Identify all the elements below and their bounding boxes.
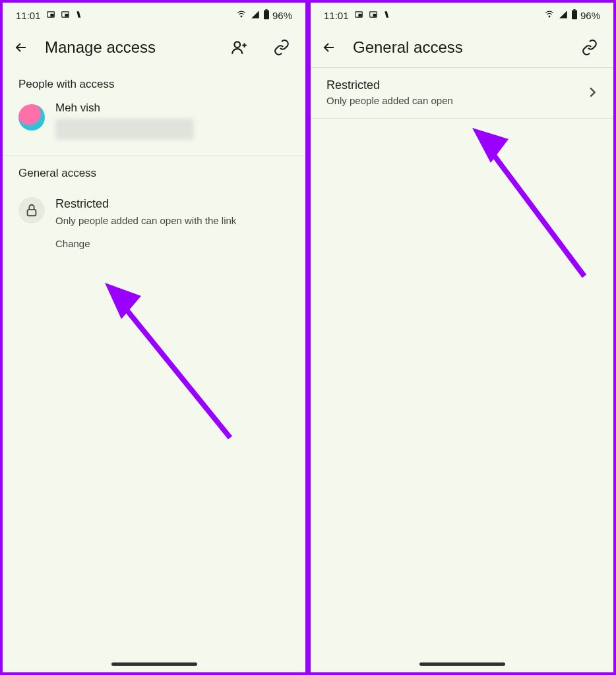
nav-pill[interactable] <box>419 662 505 666</box>
svg-marker-10 <box>105 283 141 319</box>
signal-icon <box>250 10 261 21</box>
svg-rect-8 <box>28 210 36 216</box>
app-bar: Manage access <box>3 28 305 67</box>
status-time: 11:01 <box>324 10 349 21</box>
person-row[interactable]: Meh vish <box>3 96 305 150</box>
pip-icon <box>354 10 363 21</box>
battery-text: 96% <box>580 10 600 21</box>
svg-rect-5 <box>264 10 269 19</box>
wifi-icon <box>235 10 247 21</box>
svg-marker-19 <box>472 128 508 163</box>
svg-rect-14 <box>373 14 376 16</box>
app-bar: General access <box>311 28 613 67</box>
lock-icon <box>18 197 45 223</box>
annotation-arrow <box>98 273 237 444</box>
restricted-title: Restricted <box>326 78 584 92</box>
copy-link-button[interactable] <box>268 34 295 61</box>
pip-icon-2 <box>369 10 378 21</box>
battery-text: 96% <box>272 10 292 21</box>
signal-icon <box>558 10 569 21</box>
restricted-title: Restricted <box>55 197 236 211</box>
drive-icon <box>383 10 392 21</box>
svg-rect-16 <box>572 10 577 19</box>
general-access-row[interactable]: Restricted Only people added can open wi… <box>3 185 305 254</box>
pip-icon <box>46 10 55 21</box>
back-button[interactable] <box>13 40 29 55</box>
nav-pill[interactable] <box>111 662 197 666</box>
person-email-redacted <box>55 119 194 140</box>
svg-line-9 <box>118 299 230 438</box>
svg-rect-1 <box>51 14 53 16</box>
screen-general-access: 11:01 96% Gen <box>308 0 616 675</box>
svg-rect-3 <box>65 14 68 16</box>
svg-point-15 <box>549 16 550 17</box>
people-with-access-header: People with access <box>3 67 305 96</box>
battery-icon <box>263 9 270 22</box>
add-person-button[interactable] <box>226 34 253 61</box>
svg-point-4 <box>241 16 242 17</box>
chevron-right-icon <box>584 85 600 100</box>
page-title: General access <box>353 38 561 57</box>
general-access-header: General access <box>3 156 305 185</box>
svg-rect-6 <box>265 9 267 11</box>
svg-line-18 <box>487 146 584 276</box>
person-name: Meh vish <box>55 102 194 115</box>
page-title: Manage access <box>45 38 210 57</box>
svg-rect-17 <box>573 9 575 11</box>
restricted-option[interactable]: Restricted Only people added can open <box>311 67 613 119</box>
change-link[interactable]: Change <box>55 238 236 249</box>
back-button[interactable] <box>321 40 337 55</box>
pip-icon-2 <box>61 10 70 21</box>
wifi-icon <box>543 10 555 21</box>
status-time: 11:01 <box>16 10 41 21</box>
status-bar: 11:01 96% <box>3 3 305 28</box>
battery-icon <box>571 9 578 22</box>
screen-manage-access: 11:01 96% Man <box>0 0 308 675</box>
restricted-subtitle: Only people added can open <box>326 95 584 106</box>
avatar <box>18 104 45 131</box>
copy-link-button[interactable] <box>576 34 603 61</box>
status-bar: 11:01 96% <box>311 3 613 28</box>
svg-rect-12 <box>359 14 361 16</box>
restricted-subtitle: Only people added can open with the link <box>55 215 236 226</box>
svg-point-7 <box>234 42 240 47</box>
annotation-arrow <box>466 118 591 283</box>
drive-icon <box>75 10 84 21</box>
